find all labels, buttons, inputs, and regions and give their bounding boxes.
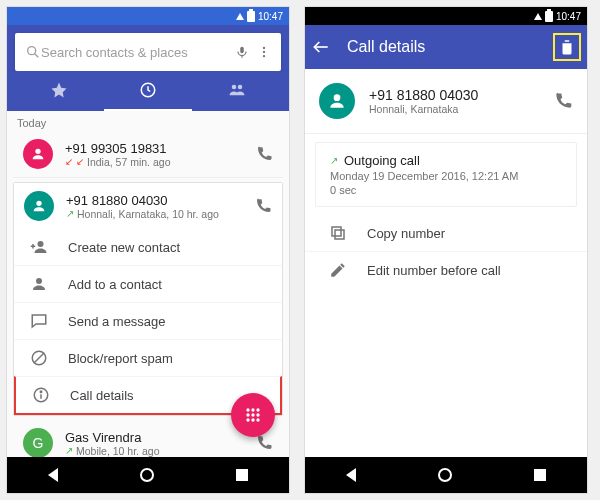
action-block[interactable]: Block/report spam (14, 339, 282, 376)
copy-icon (327, 224, 349, 242)
svg-point-5 (263, 51, 265, 53)
message-icon (28, 312, 50, 330)
back-button[interactable] (311, 37, 331, 57)
entry-sub: India, 57 min. ago (87, 156, 170, 168)
svg-point-27 (251, 418, 254, 421)
avatar (24, 191, 54, 221)
entry-sub: Honnali, Karnataka, 10 hr. ago (77, 208, 219, 220)
back-softkey[interactable] (346, 468, 356, 482)
nav-bar (305, 457, 587, 493)
home-softkey[interactable] (438, 468, 452, 482)
app-bar: Call details (305, 25, 587, 69)
dialpad-icon (243, 405, 263, 425)
contact-header: +91 81880 04030 Honnali, Karnataka (305, 69, 587, 134)
svg-point-26 (246, 418, 249, 421)
call-info-card: ↗Outgoing call Monday 19 December 2016, … (315, 142, 577, 207)
info-icon (30, 386, 52, 404)
call-icon[interactable] (254, 197, 272, 215)
edit-icon (327, 261, 349, 279)
signal-icon (534, 13, 542, 20)
svg-point-9 (237, 85, 242, 90)
search-placeholder: Search contacts & places (41, 45, 235, 60)
tab-recents[interactable] (104, 71, 193, 111)
svg-rect-31 (335, 230, 344, 239)
svg-rect-2 (240, 47, 244, 53)
svg-point-21 (251, 408, 254, 411)
more-icon[interactable] (257, 45, 271, 59)
svg-point-30 (334, 94, 341, 101)
action-label: Copy number (367, 226, 445, 241)
person-icon (28, 275, 50, 293)
call-icon[interactable] (553, 91, 573, 111)
status-time: 10:47 (258, 11, 283, 22)
svg-point-12 (38, 241, 44, 247)
recent-softkey[interactable] (534, 469, 546, 481)
battery-icon (247, 11, 255, 22)
call-entry[interactable]: +91 99305 19831 ↙↙India, 57 min. ago (13, 131, 283, 178)
svg-point-13 (36, 278, 42, 284)
entry-sub: Mobile, 10 hr. ago (76, 445, 159, 457)
svg-line-1 (35, 54, 39, 58)
svg-point-24 (251, 413, 254, 416)
dialpad-fab[interactable] (231, 393, 275, 437)
avatar (23, 139, 53, 169)
svg-point-10 (35, 149, 40, 154)
battery-icon (545, 11, 553, 22)
entry-title: Gas Virendra (65, 430, 243, 445)
status-bar: 10:47 (305, 7, 587, 25)
avatar (319, 83, 355, 119)
action-label: Send a message (68, 314, 166, 329)
status-time: 10:47 (556, 11, 581, 22)
missed-icon: ↙ (76, 156, 84, 167)
call-entry[interactable]: +91 81880 04030 ↗Honnali, Karnataka, 10 … (14, 183, 282, 229)
svg-point-25 (256, 413, 259, 416)
phone-left: 10:47 Search contacts & places (6, 6, 290, 494)
action-edit-number[interactable]: Edit number before call (305, 251, 587, 288)
svg-point-20 (246, 408, 249, 411)
svg-point-28 (256, 418, 259, 421)
call-icon[interactable] (255, 145, 273, 163)
mic-icon[interactable] (235, 45, 249, 59)
recent-softkey[interactable] (236, 469, 248, 481)
call-duration: 0 sec (330, 184, 562, 196)
call-type: Outgoing call (344, 153, 420, 168)
svg-point-23 (246, 413, 249, 416)
svg-point-6 (263, 55, 265, 57)
action-create-contact[interactable]: Create new contact (14, 229, 282, 265)
tab-favorites[interactable] (15, 71, 104, 111)
call-icon[interactable] (255, 434, 273, 452)
avatar: G (23, 428, 53, 457)
phone-right: 10:47 Call details +91 81880 04030 Honna… (304, 6, 588, 494)
action-label: Block/report spam (68, 351, 173, 366)
search-icon (25, 44, 41, 60)
call-time: Monday 19 December 2016, 12:21 AM (330, 170, 562, 182)
action-label: Create new contact (68, 240, 180, 255)
entry-title: +91 99305 19831 (65, 141, 243, 156)
outgoing-icon: ↗ (66, 208, 74, 219)
svg-line-15 (34, 353, 45, 364)
svg-point-8 (231, 85, 236, 90)
entry-title: +91 81880 04030 (66, 193, 242, 208)
nav-bar (7, 457, 289, 493)
action-label: Call details (70, 388, 134, 403)
action-copy-number[interactable]: Copy number (305, 215, 587, 251)
action-send-message[interactable]: Send a message (14, 302, 282, 339)
svg-point-18 (40, 391, 42, 393)
section-today: Today (7, 111, 289, 131)
tab-contacts[interactable] (192, 71, 281, 111)
home-softkey[interactable] (140, 468, 154, 482)
search-area: Search contacts & places (7, 25, 289, 111)
trash-icon (558, 38, 576, 56)
outgoing-icon: ↗ (330, 155, 338, 166)
expanded-entry: +91 81880 04030 ↗Honnali, Karnataka, 10 … (13, 182, 283, 416)
svg-point-4 (263, 47, 265, 49)
action-add-contact[interactable]: Add to a contact (14, 265, 282, 302)
delete-button[interactable] (553, 33, 581, 61)
svg-point-22 (256, 408, 259, 411)
svg-point-11 (36, 201, 41, 206)
back-softkey[interactable] (48, 468, 58, 482)
block-icon (28, 349, 50, 367)
action-label: Edit number before call (367, 263, 501, 278)
search-input[interactable]: Search contacts & places (15, 33, 281, 71)
signal-icon (236, 13, 244, 20)
